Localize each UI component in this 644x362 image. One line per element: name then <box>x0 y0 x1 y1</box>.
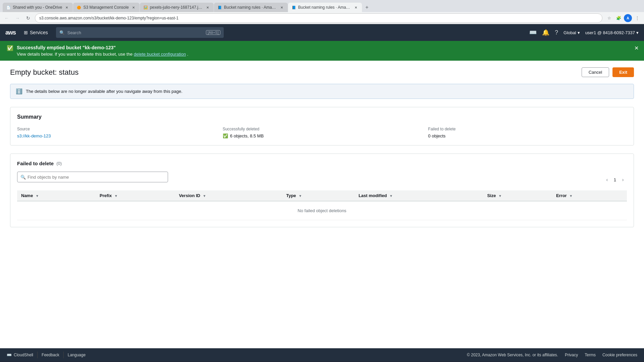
search-icon-inner: 🔍 <box>20 175 26 180</box>
summary-title: Summary <box>17 114 627 120</box>
cancel-button[interactable]: Cancel <box>582 67 609 77</box>
region-selector[interactable]: Global ▾ <box>564 30 580 35</box>
info-banner: ℹ️ The details below are no longer avail… <box>10 84 634 99</box>
tab-onedrive[interactable]: 📄 Shared with you - OneDrive ✕ <box>3 3 73 12</box>
prev-page-button[interactable]: ‹ <box>603 176 611 184</box>
tab-title-s3console: S3 Management Console <box>83 5 128 10</box>
footer-divider2 <box>63 352 64 358</box>
aws-footer: ⌨️ CloudShell Feedback Language © 2023, … <box>0 348 644 362</box>
col-type[interactable]: Type ▼ <box>282 190 355 201</box>
feedback-link[interactable]: Feedback <box>42 353 59 357</box>
region-label: Global <box>564 30 576 35</box>
cookie-preferences-link[interactable]: Cookie preferences <box>602 353 637 357</box>
col-size-label: Size <box>487 193 496 198</box>
user-label: user1 @ 8418-6092-7337 <box>585 30 635 35</box>
banner-content: Successfully emptied bucket "kk-demo-123… <box>17 45 637 57</box>
search-shortcut: [Alt+S] <box>206 30 220 35</box>
col-version-id[interactable]: Version ID ▼ <box>175 190 282 201</box>
cloudshell-button[interactable]: ⌨️ CloudShell <box>7 353 33 357</box>
page-title: Empty bucket: status <box>10 68 78 77</box>
cloudshell-label: CloudShell <box>14 353 33 357</box>
global-search-bar[interactable]: 🔍 [Alt+S] <box>56 27 224 38</box>
browser-toolbar: ← → ↻ s3.console.aws.amazon.com/s3/bucke… <box>0 12 644 24</box>
failed-section-title: Failed to delete <box>17 161 54 166</box>
col-version-label: Version ID <box>179 193 200 198</box>
extensions-icon[interactable]: 🧩 <box>614 14 623 22</box>
next-page-button[interactable]: › <box>619 176 627 184</box>
tab-title-rules1: Bucket naming rules · Amazon S... <box>224 5 277 10</box>
tab-bucket-rules1[interactable]: 📘 Bucket naming rules · Amazon S... ✕ <box>214 3 288 12</box>
back-button[interactable]: ← <box>3 14 11 22</box>
reload-button[interactable]: ↻ <box>24 14 32 22</box>
header-actions: Cancel Exit <box>582 67 634 77</box>
tab-close-rules1[interactable]: ✕ <box>279 5 284 10</box>
sort-name-icon: ▼ <box>36 194 39 198</box>
col-error[interactable]: Error ▼ <box>552 190 627 201</box>
col-prefix[interactable]: Prefix ▼ <box>96 190 175 201</box>
sort-version-icon: ▼ <box>203 194 206 198</box>
success-banner: ✅ Successfully emptied bucket "kk-demo-1… <box>0 41 644 61</box>
tab-favicon-image: 🖼️ <box>143 5 148 10</box>
search-icon: 🔍 <box>59 30 65 35</box>
search-input[interactable] <box>67 30 203 35</box>
footer-left: ⌨️ CloudShell Feedback Language <box>7 352 86 358</box>
pagination-current: 1 <box>614 177 616 182</box>
new-tab-button[interactable]: + <box>362 3 372 12</box>
aws-logo[interactable]: aws <box>5 29 16 36</box>
col-size[interactable]: Size ▼ <box>483 190 552 201</box>
services-label: Services <box>30 30 48 35</box>
find-objects-input[interactable] <box>17 172 168 182</box>
banner-close-button[interactable]: ✕ <box>634 45 639 51</box>
tab-close-onedrive[interactable]: ✕ <box>64 5 69 10</box>
exit-button[interactable]: Exit <box>612 67 634 77</box>
support-icon[interactable]: ? <box>555 29 558 36</box>
aws-header-right: ⌨️ 🔔 ? Global ▾ user1 @ 8418-6092-7337 ▾ <box>529 29 639 36</box>
language-link[interactable]: Language <box>68 353 86 357</box>
menu-icon[interactable]: ⋮ <box>633 14 641 22</box>
sort-modified-icon: ▼ <box>389 194 393 198</box>
success-check-icon: ✅ <box>7 45 13 51</box>
summary-source: Source s3://kk-demo-123 <box>17 127 216 138</box>
tab-close-image[interactable]: ✕ <box>205 5 210 10</box>
bell-icon[interactable]: 🔔 <box>542 29 549 36</box>
profile-icon[interactable]: A <box>624 14 632 22</box>
col-name[interactable]: Name ▼ <box>17 190 96 201</box>
address-bar[interactable]: s3.console.aws.amazon.com/s3/bucket/kk-d… <box>35 13 602 23</box>
search-container: 🔍 <box>17 172 168 182</box>
tab-favicon-s3: 🟠 <box>76 5 81 10</box>
footer-copyright: © 2023, Amazon Web Services, Inc. or its… <box>467 353 558 357</box>
info-icon: ℹ️ <box>16 88 22 95</box>
banner-subtitle: View details below. If you want to delet… <box>17 52 637 57</box>
terms-link[interactable]: Terms <box>585 353 596 357</box>
delete-bucket-config-link[interactable]: delete bucket configuration <box>134 52 186 57</box>
page-header: Empty bucket: status Cancel Exit <box>10 67 634 77</box>
browser-tabs-bar: 📄 Shared with you - OneDrive ✕ 🟠 S3 Mana… <box>0 0 644 12</box>
tab-bucket-rules2[interactable]: 📘 Bucket naming rules · Amazon S... ✕ <box>288 3 362 12</box>
tab-title-rules2: Bucket naming rules · Amazon S... <box>298 5 351 10</box>
sort-prefix-icon: ▼ <box>114 194 118 198</box>
source-link[interactable]: s3://kk-demo-123 <box>17 133 51 138</box>
forward-button[interactable]: → <box>13 14 21 22</box>
tab-close-s3console[interactable]: ✕ <box>131 5 136 10</box>
successfully-deleted-value: ✅ 6 objects, 8.5 MB <box>223 133 422 138</box>
tab-close-rules2[interactable]: ✕ <box>353 5 359 10</box>
bookmark-icon[interactable]: ☆ <box>605 14 613 22</box>
tab-s3console[interactable]: 🟠 S3 Management Console ✕ <box>73 3 139 12</box>
cloudshell-icon[interactable]: ⌨️ <box>529 29 537 36</box>
failed-count-badge: (0) <box>56 161 62 166</box>
aws-header: aws ⊞ Services 🔍 [Alt+S] ⌨️ 🔔 ? Global ▾… <box>0 24 644 41</box>
privacy-link[interactable]: Privacy <box>565 353 578 357</box>
grid-icon: ⊞ <box>24 30 28 35</box>
address-text: s3.console.aws.amazon.com/s3/bucket/kk-d… <box>39 16 178 20</box>
source-value: s3://kk-demo-123 <box>17 133 216 138</box>
tab-image[interactable]: 🖼️ pexels-julio-nery-1687147.jpg |... ✕ <box>140 3 214 12</box>
summary-failed-to-delete: Failed to delete 0 objects <box>428 127 627 138</box>
tab-favicon-onedrive: 📄 <box>6 5 11 10</box>
col-error-label: Error <box>556 193 567 198</box>
services-button[interactable]: ⊞ Services <box>21 28 51 37</box>
summary-card: Summary Source s3://kk-demo-123 Successf… <box>10 107 634 145</box>
cloudshell-icon: ⌨️ <box>7 353 12 357</box>
col-last-modified[interactable]: Last modified ▼ <box>355 190 483 201</box>
empty-row: No failed object deletions <box>17 201 627 220</box>
user-menu[interactable]: user1 @ 8418-6092-7337 ▾ <box>585 30 639 35</box>
